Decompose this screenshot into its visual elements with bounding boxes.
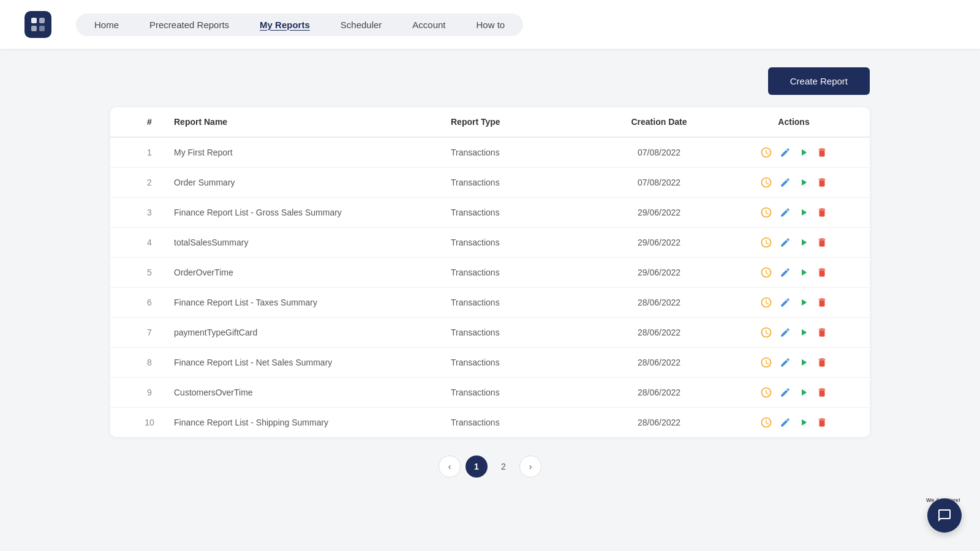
edit-icon[interactable] xyxy=(780,297,791,308)
nav-my-reports[interactable]: My Reports xyxy=(260,20,310,30)
cell-date: 28/06/2022 xyxy=(586,358,733,367)
schedule-icon[interactable] xyxy=(760,266,772,279)
cell-type: Transactions xyxy=(451,208,586,217)
cell-date: 29/06/2022 xyxy=(586,268,733,277)
cell-type: Transactions xyxy=(451,178,586,187)
cell-type: Transactions xyxy=(451,388,586,397)
schedule-icon[interactable] xyxy=(760,176,772,189)
edit-icon[interactable] xyxy=(780,327,791,338)
schedule-icon[interactable] xyxy=(760,326,772,339)
delete-icon[interactable] xyxy=(816,237,827,248)
run-icon[interactable] xyxy=(798,207,809,218)
delete-icon[interactable] xyxy=(816,267,827,278)
edit-icon[interactable] xyxy=(780,357,791,368)
cell-num: 4 xyxy=(125,238,174,247)
table-row: 6 Finance Report List - Taxes Summary Tr… xyxy=(110,288,870,318)
schedule-icon[interactable] xyxy=(760,236,772,249)
cell-num: 10 xyxy=(125,418,174,427)
edit-icon[interactable] xyxy=(780,207,791,218)
cell-num: 6 xyxy=(125,298,174,307)
nav-home[interactable]: Home xyxy=(94,20,119,30)
actions-cell xyxy=(733,206,855,219)
run-icon[interactable] xyxy=(798,177,809,188)
nav-how-to[interactable]: How to xyxy=(477,20,505,30)
edit-icon[interactable] xyxy=(780,267,791,278)
table-row: 9 CustomersOverTime Transactions 28/06/2… xyxy=(110,378,870,408)
pagination-page-1[interactable]: 1 xyxy=(466,455,488,478)
schedule-icon[interactable] xyxy=(760,356,772,369)
cell-type: Transactions xyxy=(451,298,586,307)
cell-date: 28/06/2022 xyxy=(586,418,733,427)
delete-icon[interactable] xyxy=(816,297,827,308)
actions-cell xyxy=(733,266,855,279)
pagination-prev[interactable]: ‹ xyxy=(439,455,461,478)
pagination: ‹ 1 2 › xyxy=(110,455,870,502)
pagination-page-2[interactable]: 2 xyxy=(492,455,514,478)
delete-icon[interactable] xyxy=(816,387,827,398)
table-row: 8 Finance Report List - Net Sales Summar… xyxy=(110,348,870,378)
delete-icon[interactable] xyxy=(816,177,827,188)
col-header-actions: Actions xyxy=(733,117,855,127)
create-report-button[interactable]: Create Report xyxy=(768,67,870,95)
schedule-icon[interactable] xyxy=(760,296,772,309)
cell-num: 2 xyxy=(125,178,174,187)
run-icon[interactable] xyxy=(798,357,809,368)
cell-num: 3 xyxy=(125,208,174,217)
main-content: Create Report # Report Name Report Type … xyxy=(0,49,980,520)
actions-cell xyxy=(733,356,855,369)
cell-date: 28/06/2022 xyxy=(586,298,733,307)
cell-name: OrderOverTime xyxy=(174,268,451,277)
actions-cell xyxy=(733,176,855,189)
run-icon[interactable] xyxy=(798,387,809,398)
cell-num: 5 xyxy=(125,268,174,277)
actions-cell xyxy=(733,296,855,309)
col-header-num: # xyxy=(125,117,174,127)
run-icon[interactable] xyxy=(798,267,809,278)
cell-name: My First Report xyxy=(174,148,451,157)
app-logo[interactable] xyxy=(24,11,51,38)
cell-name: Finance Report List - Gross Sales Summar… xyxy=(174,208,451,217)
edit-icon[interactable] xyxy=(780,177,791,188)
nav-scheduler[interactable]: Scheduler xyxy=(341,20,382,30)
delete-icon[interactable] xyxy=(816,147,827,158)
nav-precreated-reports[interactable]: Precreated Reports xyxy=(149,20,229,30)
edit-icon[interactable] xyxy=(780,417,791,428)
table-row: 5 OrderOverTime Transactions 29/06/2022 xyxy=(110,258,870,288)
chat-bubble-button[interactable] xyxy=(927,498,962,533)
run-icon[interactable] xyxy=(798,147,809,158)
table-row: 3 Finance Report List - Gross Sales Summ… xyxy=(110,198,870,228)
schedule-icon[interactable] xyxy=(760,206,772,219)
delete-icon[interactable] xyxy=(816,417,827,428)
edit-icon[interactable] xyxy=(780,237,791,248)
cell-type: Transactions xyxy=(451,418,586,427)
table-row: 7 paymentTypeGiftCard Transactions 28/06… xyxy=(110,318,870,348)
schedule-icon[interactable] xyxy=(760,386,772,399)
cell-date: 28/06/2022 xyxy=(586,328,733,337)
run-icon[interactable] xyxy=(798,297,809,308)
cell-num: 7 xyxy=(125,328,174,337)
cell-date: 29/06/2022 xyxy=(586,208,733,217)
nav-links: Home Precreated Reports My Reports Sched… xyxy=(76,13,523,36)
table-row: 1 My First Report Transactions 07/08/202… xyxy=(110,138,870,168)
run-icon[interactable] xyxy=(798,417,809,428)
table-row: 10 Finance Report List - Shipping Summar… xyxy=(110,408,870,437)
pagination-next[interactable]: › xyxy=(519,455,541,478)
delete-icon[interactable] xyxy=(816,357,827,368)
schedule-icon[interactable] xyxy=(760,416,772,429)
svg-rect-0 xyxy=(31,18,37,23)
cell-type: Transactions xyxy=(451,148,586,157)
edit-icon[interactable] xyxy=(780,147,791,158)
table-body: 1 My First Report Transactions 07/08/202… xyxy=(110,138,870,437)
run-icon[interactable] xyxy=(798,237,809,248)
nav-account[interactable]: Account xyxy=(412,20,445,30)
svg-rect-1 xyxy=(39,18,45,23)
cell-type: Transactions xyxy=(451,358,586,367)
run-icon[interactable] xyxy=(798,327,809,338)
schedule-icon[interactable] xyxy=(760,146,772,159)
edit-icon[interactable] xyxy=(780,387,791,398)
cell-date: 07/08/2022 xyxy=(586,178,733,187)
svg-rect-3 xyxy=(39,26,45,31)
delete-icon[interactable] xyxy=(816,327,827,338)
delete-icon[interactable] xyxy=(816,207,827,218)
cell-name: Finance Report List - Taxes Summary xyxy=(174,298,451,307)
